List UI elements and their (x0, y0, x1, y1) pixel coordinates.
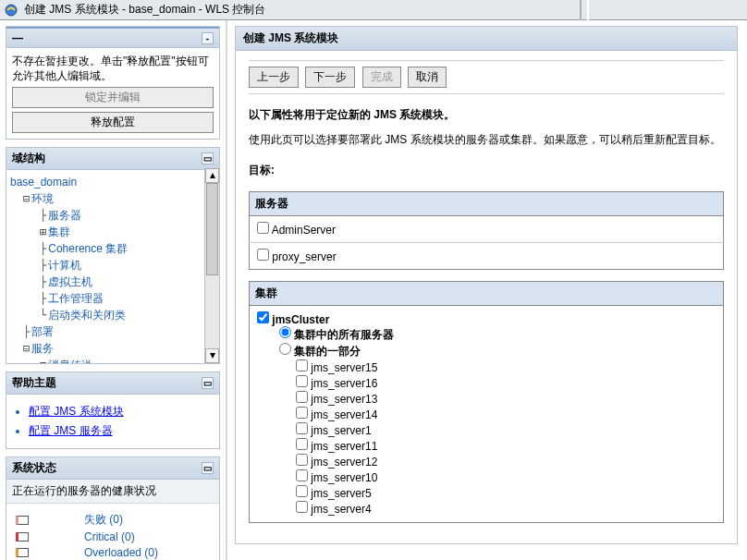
cluster-member-checkbox[interactable] (296, 391, 308, 403)
titlebar-divider (580, 0, 589, 20)
tree-coherence[interactable]: Coherence 集群 (48, 242, 128, 255)
cluster-member-checkbox-row[interactable]: jms_server11 (296, 438, 716, 454)
status-color-box (16, 548, 29, 557)
domain-structure-title: 域结构 (12, 151, 45, 166)
collapse-icon[interactable]: ▭ (202, 377, 214, 389)
status-row: Critical (0) (16, 530, 215, 543)
status-row: Overloaded (0) (16, 546, 215, 559)
tree-servers[interactable]: 服务器 (48, 209, 81, 222)
tree-vhosts[interactable]: 虚拟主机 (48, 275, 92, 288)
cluster-member-checkbox-row[interactable]: jms_server10 (296, 469, 716, 485)
tree-messaging[interactable]: 消息传送 (48, 359, 92, 364)
status-subtitle: 正在运行的服务器的健康状况 (6, 480, 219, 504)
help-panel: 帮助主题 ▭ 配置 JMS 系统模块 配置 JMS 服务器 (6, 371, 220, 449)
collapse-icon[interactable]: ▭ (202, 152, 214, 164)
status-label: Overloaded (0) (84, 546, 158, 559)
svg-point-0 (6, 5, 17, 16)
server-checkbox-row[interactable]: proxy_server (257, 250, 337, 263)
cluster-member-checkbox[interactable] (296, 501, 308, 513)
window-title: 创建 JMS 系统模块 - base_domain - WLS 控制台 (24, 2, 265, 18)
servers-table: 服务器 AdminServer proxy_server (249, 191, 724, 270)
description: 使用此页可以选择要部署此 JMS 系统模块的服务器或集群。如果愿意，可以稍后重新… (249, 132, 724, 148)
cluster-all-radio[interactable]: 集群中的所有服务器 (279, 326, 716, 343)
cluster-member-checkbox-row[interactable]: jms_server16 (296, 375, 716, 391)
help-link[interactable]: 配置 JMS 系统模块 (29, 405, 124, 418)
help-list: 配置 JMS 系统模块 配置 JMS 服务器 (12, 404, 214, 439)
cluster-member-checkbox[interactable] (296, 375, 308, 387)
collapse-icon[interactable]: - (202, 32, 214, 44)
domain-structure-panel: 域结构 ▭ base_domain ⊟环境 ├服务器 ⊞集群 ├Coherenc… (6, 147, 220, 364)
cluster-member-checkbox-row[interactable]: jms_server4 (296, 501, 716, 517)
wizard-button-row: 上一步 下一步 完成 取消 (249, 60, 724, 94)
release-config-button[interactable]: 释放配置 (12, 112, 214, 133)
domain-tree: base_domain ⊟环境 ├服务器 ⊞集群 ├Coherence 集群 ├… (6, 170, 219, 364)
back-button[interactable]: 上一步 (249, 67, 299, 88)
cluster-member-checkbox-row[interactable]: jms_server1 (296, 422, 716, 438)
cancel-button[interactable]: 取消 (408, 67, 447, 88)
status-label: Critical (0) (84, 530, 135, 543)
system-status-panel: 系统状态 ▭ 正在运行的服务器的健康状况 失败 (0)Critical (0)O… (6, 457, 220, 560)
target-label: 目标: (249, 163, 724, 178)
subtitle: 以下属性将用于定位新的 JMS 系统模块。 (249, 107, 724, 123)
tree-scrollbar[interactable]: ▴ ▾ (204, 168, 219, 363)
change-center-panel: — - 不存在暂挂更改。单击"释放配置"按钮可允许其他人编辑域。 锁定并编辑 释… (6, 26, 220, 140)
server-checkbox[interactable] (257, 222, 269, 234)
cluster-checkbox[interactable] (257, 311, 269, 323)
tree-root[interactable]: base_domain (10, 176, 77, 189)
ie-icon (4, 3, 18, 18)
tree-env[interactable]: 环境 (31, 192, 54, 205)
main-panel: 创建 JMS 系统模块 上一步 下一步 完成 取消 以下属性将用于定位新的 JM… (235, 26, 738, 544)
window-titlebar: 创建 JMS 系统模块 - base_domain - WLS 控制台 (0, 0, 747, 20)
cluster-member-checkbox-row[interactable]: jms_server12 (296, 454, 716, 469)
cluster-member-checkbox[interactable] (296, 485, 308, 497)
cluster-member-checkbox-row[interactable]: jms_server15 (296, 359, 716, 375)
status-row: 失败 (0) (16, 512, 215, 528)
tree-startup[interactable]: 启动类和关闭类 (48, 309, 126, 322)
server-checkbox-row[interactable]: AdminServer (257, 224, 336, 237)
cluster-member-checkbox-row[interactable]: jms_server13 (296, 391, 716, 407)
no-changes-text: 不存在暂挂更改。单击"释放配置"按钮可允许其他人编辑域。 (12, 54, 214, 83)
change-center-truncated-title: — (12, 31, 23, 44)
cluster-member-checkbox-row[interactable]: jms_server5 (296, 485, 716, 501)
server-checkbox[interactable] (257, 249, 269, 261)
tree-machines[interactable]: 计算机 (48, 259, 81, 272)
cluster-member-checkbox-row[interactable]: jms_server14 (296, 407, 716, 422)
cluster-member-checkbox[interactable] (296, 454, 308, 466)
help-title: 帮助主题 (12, 375, 56, 391)
clusters-table: 集群 jmsCluster 集群中的所有服务器 集群的一部分 jms_serve… (249, 281, 724, 523)
cluster-member-checkbox[interactable] (296, 359, 308, 371)
cluster-member-checkbox[interactable] (296, 438, 308, 450)
clusters-header: 集群 (250, 282, 724, 306)
status-color-box (16, 532, 29, 542)
lock-edit-button: 锁定并编辑 (12, 87, 214, 108)
servers-header: 服务器 (250, 192, 724, 216)
status-body: 失败 (0)Critical (0)Overloaded (0) (6, 504, 219, 560)
cluster-member-checkbox[interactable] (296, 469, 308, 481)
tree-clusters[interactable]: 集群 (48, 225, 70, 238)
tree-workmgr[interactable]: 工作管理器 (48, 292, 104, 305)
help-link[interactable]: 配置 JMS 服务器 (29, 424, 113, 437)
cluster-part-radio[interactable]: 集群的一部分 (279, 343, 716, 359)
cluster-member-checkbox[interactable] (296, 422, 308, 434)
tree-deploy[interactable]: 部署 (31, 325, 54, 338)
status-title: 系统状态 (12, 460, 56, 476)
main-header: 创建 JMS 系统模块 (236, 27, 737, 51)
cluster-checkbox-row[interactable]: jmsCluster (257, 313, 329, 326)
tree-services[interactable]: 服务 (31, 342, 54, 355)
status-color-box (16, 516, 29, 525)
finish-button: 完成 (362, 67, 401, 88)
next-button[interactable]: 下一步 (305, 67, 355, 88)
collapse-icon[interactable]: ▭ (202, 462, 214, 474)
cluster-member-checkbox[interactable] (296, 407, 308, 419)
status-label: 失败 (0) (84, 512, 123, 528)
